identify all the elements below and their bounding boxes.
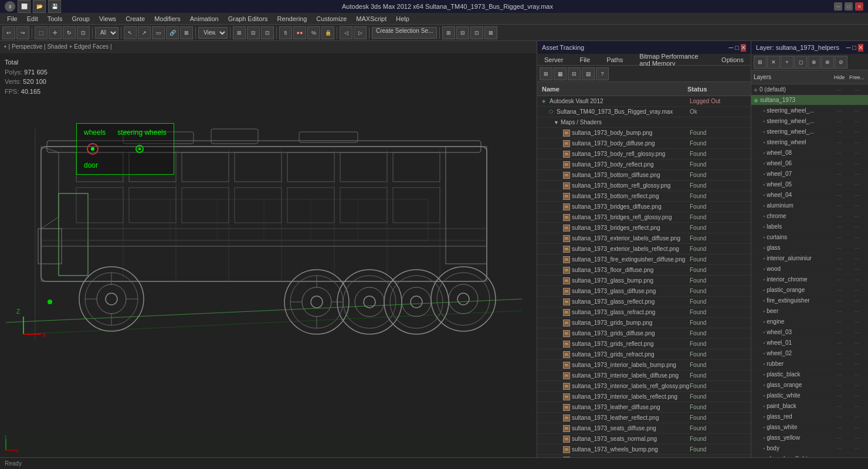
asset-maps-folder[interactable]: ▼ Maps / Shaders bbox=[537, 117, 751, 128]
asset-max-button[interactable]: □ bbox=[735, 44, 739, 52]
toolbar-save[interactable]: 💾 bbox=[48, 0, 61, 13]
layer-freeze-toggle[interactable]: — bbox=[848, 171, 866, 176]
layer-list-item[interactable]: ◈ 0 (default) — — bbox=[751, 84, 868, 95]
layer-freeze-toggle[interactable]: — bbox=[848, 182, 866, 187]
layer-hide-toggle[interactable]: — bbox=[830, 393, 848, 398]
tb-extra2[interactable]: ⊟ bbox=[456, 26, 469, 39]
layer-hide-toggle[interactable]: — bbox=[830, 108, 848, 113]
asset-list-item[interactable]: m sultana_1973_seats_normal.png Found bbox=[537, 434, 751, 444]
asset-list-item[interactable]: m sultana_1973_grids_refract.png Found bbox=[537, 349, 751, 360]
tb-snap1[interactable]: ⊞ bbox=[233, 26, 246, 39]
layer-freeze-toggle[interactable]: — bbox=[848, 340, 866, 345]
layer-hide-toggle[interactable]: — bbox=[830, 351, 848, 356]
layer-freeze-toggle[interactable]: — bbox=[848, 414, 866, 419]
tb-snap3[interactable]: ⊡ bbox=[261, 26, 274, 39]
tb-snap2[interactable]: ⊟ bbox=[247, 26, 260, 39]
menu-customize[interactable]: Customize bbox=[311, 14, 351, 23]
layer-hide-toggle[interactable]: — bbox=[830, 446, 848, 451]
tb-scale[interactable]: ⊡ bbox=[77, 26, 90, 39]
layer-freeze-toggle[interactable]: — bbox=[848, 298, 866, 303]
asset-list-item[interactable]: m sultana_1973_glass_bump.png Found bbox=[537, 276, 751, 286]
layer-hide-toggle[interactable]: — bbox=[830, 97, 848, 103]
layer-list-item[interactable]: ▪ rubber — — bbox=[751, 359, 868, 369]
asset-list-item[interactable]: m sultana_1973_bridges_diffuse.png Found bbox=[537, 202, 751, 212]
menu-file[interactable]: File bbox=[2, 14, 22, 23]
tb-unlink[interactable]: ⊠ bbox=[180, 26, 193, 39]
asset-list-item[interactable]: m sultana_1973_bottom_diffuse.png Found bbox=[537, 170, 751, 181]
tb-select[interactable]: ⬚ bbox=[35, 26, 48, 39]
layers-tb-find[interactable]: ⊕ bbox=[808, 56, 820, 69]
tb-pct[interactable]: % bbox=[307, 26, 320, 39]
layer-hide-toggle[interactable]: — bbox=[830, 403, 848, 409]
asset-list-item[interactable]: m sultana_1973_leather_reflect.png Found bbox=[537, 413, 751, 423]
tb-cursor[interactable]: ↖ bbox=[124, 26, 137, 39]
layer-hide-toggle[interactable]: — bbox=[830, 435, 848, 440]
asset-list-item[interactable]: m sultana_1973_body_diffuse.png Found bbox=[537, 138, 751, 149]
tb-nav[interactable]: ◁ bbox=[340, 26, 352, 39]
layer-list-item[interactable]: ▪ glass_orange — — bbox=[751, 380, 868, 390]
layer-freeze-toggle[interactable]: — bbox=[848, 266, 866, 271]
layer-list-item[interactable]: ▪ glass_red — — bbox=[751, 412, 868, 422]
layer-hide-toggle[interactable]: — bbox=[830, 171, 848, 176]
layer-hide-toggle[interactable]: — bbox=[830, 414, 848, 419]
layers-tb-extra[interactable]: ⊘ bbox=[835, 56, 847, 69]
asset-list-item[interactable]: m sultana_1973_bottom_refl_glossy.png Fo… bbox=[537, 181, 751, 191]
asset-list-item[interactable]: m sultana_1973_bridges_reflect.png Found bbox=[537, 223, 751, 233]
asset-list-item[interactable]: m sultana_1973_wheels_diffuse.png Found bbox=[537, 455, 751, 457]
layer-list-item[interactable]: ▪ engine — — bbox=[751, 317, 868, 327]
toolbar-open[interactable]: 📂 bbox=[33, 0, 46, 13]
layer-freeze-toggle[interactable]: — bbox=[848, 393, 866, 398]
layer-hide-toggle[interactable]: — bbox=[830, 150, 848, 155]
layer-list-item[interactable]: ▪ steering_wheel_... — — bbox=[751, 127, 868, 137]
asset-tb-4[interactable]: ▤ bbox=[582, 67, 595, 80]
layer-hide-toggle[interactable]: — bbox=[830, 140, 848, 145]
layer-hide-toggle[interactable]: — bbox=[830, 382, 848, 388]
menu-help[interactable]: Help bbox=[391, 14, 414, 23]
layers-tb-select[interactable]: ◻ bbox=[794, 56, 807, 69]
layers-tb-add-sel[interactable]: + bbox=[781, 56, 794, 69]
asset-tb-3[interactable]: ⊟ bbox=[568, 67, 581, 80]
tb-num2[interactable]: ●● bbox=[293, 26, 306, 39]
layer-list-item[interactable]: ▪ body — — bbox=[751, 443, 868, 454]
asset-menu-file[interactable]: File bbox=[575, 55, 595, 64]
create-selection-button[interactable]: Create Selection Se... bbox=[372, 27, 437, 39]
tb-rotate[interactable]: ↻ bbox=[63, 26, 76, 39]
asset-list-item[interactable]: m sultana_1973_bridges_refl_glossy.png F… bbox=[537, 212, 751, 223]
layer-list-item[interactable]: ▪ wheel_05 — — bbox=[751, 179, 868, 190]
layers-tb-delete[interactable]: ✕ bbox=[767, 56, 780, 69]
filter-select[interactable]: All bbox=[95, 27, 118, 39]
layer-list-item[interactable]: ▪ steering_wheel — — bbox=[751, 137, 868, 148]
asset-menu-options[interactable]: Options bbox=[717, 55, 748, 64]
layer-freeze-toggle[interactable]: — bbox=[848, 446, 866, 451]
layer-list-item[interactable]: ▪ interior_chrome — — bbox=[751, 274, 868, 285]
layer-list-item[interactable]: ▪ glass — — bbox=[751, 243, 868, 253]
layer-freeze-toggle[interactable]: — bbox=[848, 424, 866, 430]
layer-list-item[interactable]: ◉ sultana_1973 — — bbox=[751, 95, 868, 106]
asset-list-item[interactable]: m sultana_1973_leather_diffuse.png Found bbox=[537, 402, 751, 413]
layer-list-item[interactable]: ▪ wheel_04 — — bbox=[751, 190, 868, 200]
layer-freeze-toggle[interactable]: — bbox=[848, 277, 866, 282]
asset-list-item[interactable]: m sultana_1973_glass_reflect.png Found bbox=[537, 297, 751, 307]
asset-list-item[interactable]: m sultana_1973_exterior_labels_diffuse.p… bbox=[537, 233, 751, 244]
asset-tb-1[interactable]: ⊞ bbox=[540, 67, 552, 80]
layer-freeze-toggle[interactable]: — bbox=[848, 118, 866, 124]
layer-hide-toggle[interactable]: — bbox=[830, 118, 848, 124]
asset-list-item[interactable]: m sultana_1973_glass_refract.png Found bbox=[537, 307, 751, 318]
tb-extra3[interactable]: ⊡ bbox=[470, 26, 483, 39]
layer-list-item[interactable]: ▪ glass_white — — bbox=[751, 422, 868, 433]
layer-hide-toggle[interactable]: — bbox=[830, 213, 848, 219]
menu-group[interactable]: Group bbox=[67, 14, 94, 23]
menu-create[interactable]: Create bbox=[121, 14, 150, 23]
asset-list-item[interactable]: m sultana_1973_interior_labels_diffuse.p… bbox=[537, 371, 751, 381]
layer-freeze-toggle[interactable]: — bbox=[848, 224, 866, 229]
layer-hide-toggle[interactable]: — bbox=[830, 361, 848, 366]
layer-freeze-toggle[interactable]: — bbox=[848, 213, 866, 219]
layer-list-item[interactable]: ▪ interior_aluminiur — — bbox=[751, 253, 868, 264]
layer-hide-toggle[interactable]: — bbox=[830, 256, 848, 261]
minimize-button[interactable]: ─ bbox=[834, 2, 842, 11]
layer-hide-toggle[interactable]: — bbox=[830, 87, 848, 92]
layer-list-item[interactable]: ▪ wheel_06 — — bbox=[751, 158, 868, 169]
layer-list-item[interactable]: ▪ plastic_black — — bbox=[751, 369, 868, 380]
layer-freeze-toggle[interactable]: — bbox=[848, 329, 866, 335]
layer-list-item[interactable]: ▪ paint_black — — bbox=[751, 401, 868, 412]
